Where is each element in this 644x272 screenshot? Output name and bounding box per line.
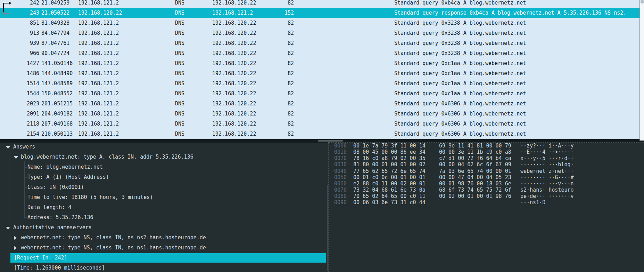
hex-row[interactable]: 001008 00 45 00 00 86 ee 3400 00 3e 11 1… xyxy=(329,149,644,155)
time-cell: 150.048552 xyxy=(41,89,76,99)
time-cell: 204.049182 xyxy=(41,109,76,119)
no-cell: 939 xyxy=(13,38,39,48)
hex-row[interactable]: 007073 32 04 68 61 6e 73 0a68 6f 73 74 6… xyxy=(329,187,644,193)
info-cell: Standard query 0xb4ca A blog.webernetz.n… xyxy=(394,0,640,8)
destination-cell: 192.168.120.22 xyxy=(212,99,261,109)
length-cell: 82 xyxy=(264,18,294,28)
length-cell: 82 xyxy=(264,0,294,8)
hex-bytes: 70 65 02 64 65 00 c0 11 xyxy=(353,193,426,199)
details-scrollbar[interactable] xyxy=(327,185,328,271)
length-cell: 82 xyxy=(264,48,294,58)
packet-row[interactable]: 1486144.048490192.168.121.2DNS192.168.12… xyxy=(0,69,640,79)
tree-item[interactable]: Type: A (1) (Host Address) xyxy=(0,172,327,182)
hex-dump-pane[interactable]: 000000 1e 7a 79 3f 11 00 1469 9e 11 41 8… xyxy=(328,142,644,272)
info-cell: Standard query 0x6306 A blog.webernetz.n… xyxy=(394,109,640,119)
packet-list-scrollbar[interactable] xyxy=(639,0,644,141)
protocol-cell: DNS xyxy=(175,79,210,89)
hex-row[interactable]: 004077 65 62 65 72 6e 65 747a 03 6e 65 7… xyxy=(329,168,644,174)
info-cell: Standard query 0xc1aa A blog.webernetz.n… xyxy=(394,58,640,69)
tree-item-selected[interactable]: [Request In: 242] xyxy=(0,253,327,263)
length-cell: 82 xyxy=(264,99,294,109)
hex-ascii: webernet z·net··· xyxy=(520,168,574,174)
packet-row[interactable]: 1427141.050146192.168.121.2DNS192.168.12… xyxy=(0,58,640,69)
tree-item[interactable]: Class: IN (0x0001) xyxy=(0,182,327,192)
time-cell: 141.050146 xyxy=(41,58,76,69)
hex-row[interactable]: 005000 01 c0 0c 00 01 00 0100 00 47 04 0… xyxy=(329,174,644,181)
hex-ascii: s2·hans· hosteuro xyxy=(520,187,574,193)
tree-item[interactable]: webernetz.net: type NS, class IN, ns ns2… xyxy=(0,233,327,243)
info-cell: Standard query 0xc1aa A blog.webernetz.n… xyxy=(394,79,640,89)
no-cell: 851 xyxy=(13,18,39,28)
hex-offset: 0090 xyxy=(334,199,347,206)
length-cell: 82 xyxy=(264,109,294,119)
hex-bytes: e2 88 c0 11 00 02 00 01 xyxy=(353,181,426,187)
destination-cell: 192.168.120.22 xyxy=(212,129,261,139)
info-cell: Standard query response 0xb4ca A blog.we… xyxy=(394,8,640,18)
hex-bytes: 00 00 04 62 6c 6f 67 09 xyxy=(439,161,511,168)
packet-row[interactable]: 24321.050522192.168.120.22DNS192.168.121… xyxy=(0,8,640,18)
packet-row[interactable]: 93987.047761192.168.121.2DNS192.168.120.… xyxy=(0,38,640,48)
tree-item[interactable]: blog.webernetz.net: type A, class IN, ad… xyxy=(0,152,327,162)
packet-list-scrollbar-thumb[interactable] xyxy=(641,0,644,3)
tree-item[interactable]: [Time: 1.263000 milliseconds] xyxy=(0,263,327,272)
protocol-cell: DNS xyxy=(175,18,210,28)
time-cell: 21.049259 xyxy=(41,0,76,8)
hex-row[interactable]: 002078 16 c0 a8 79 02 00 35c7 d1 00 72 f… xyxy=(329,155,644,161)
tree-item-label: blog.webernetz.net: type A, class IN, ad… xyxy=(21,152,193,162)
packet-row[interactable]: 2023201.051215192.168.121.2DNS192.168.12… xyxy=(0,99,640,109)
length-cell: 82 xyxy=(264,129,294,139)
info-cell: Standard query 0x6306 A blog.webernetz.n… xyxy=(394,129,640,139)
packet-row[interactable]: 2154210.050113192.168.121.2DNS192.168.12… xyxy=(0,129,640,139)
hex-row[interactable]: 009000 06 03 6e 73 31 c0 44···ns1·D xyxy=(329,199,644,206)
tree-item-label: Name: blog.webernetz.net xyxy=(27,162,103,172)
tree-item[interactable]: Answers xyxy=(0,142,327,152)
collapsed-triangle-icon[interactable] xyxy=(14,236,17,240)
tree-item[interactable]: Authoritative nameservers xyxy=(0,223,327,233)
expanded-triangle-icon[interactable] xyxy=(6,227,10,230)
hex-bytes: 77 65 62 65 72 6e 65 74 xyxy=(353,168,426,174)
no-cell: 243 xyxy=(13,8,39,18)
expanded-triangle-icon[interactable] xyxy=(14,156,18,159)
hex-offset: 0030 xyxy=(334,161,347,168)
destination-cell: 192.168.120.22 xyxy=(212,48,261,58)
packet-row[interactable]: 85181.049328192.168.121.2DNS192.168.120.… xyxy=(0,18,640,28)
hex-ascii: ··E····4 ··>····· xyxy=(520,149,574,155)
packet-row[interactable]: 1544150.048552192.168.121.2DNS192.168.12… xyxy=(0,89,640,99)
hex-offset: 0020 xyxy=(334,155,347,161)
info-cell: Standard query 0xc1aa A blog.webernetz.n… xyxy=(394,89,640,99)
hex-row[interactable]: 008070 65 02 64 65 00 c0 1100 02 00 01 0… xyxy=(329,193,644,199)
hex-row[interactable]: 003081 80 00 01 00 01 00 0200 00 04 62 6… xyxy=(329,161,644,168)
destination-cell: 192.168.120.22 xyxy=(212,38,261,48)
hex-bytes: 00 06 03 6e 73 31 c0 44 xyxy=(353,199,426,206)
tree-item[interactable]: Name: blog.webernetz.net xyxy=(0,162,327,172)
length-cell: 152 xyxy=(264,8,294,18)
packet-row[interactable]: 1514147.048589192.168.121.2DNS192.168.12… xyxy=(0,79,640,89)
time-cell: 201.051215 xyxy=(41,99,76,109)
packet-row[interactable]: 2118207.049168192.168.121.2DNS192.168.12… xyxy=(0,119,640,129)
hex-ascii: ········ ···v···n xyxy=(520,181,574,187)
packet-row[interactable]: 91384.047794192.168.121.2DNS192.168.120.… xyxy=(0,28,640,38)
tree-item[interactable]: Address: 5.35.226.136 xyxy=(0,213,327,223)
tree-item[interactable]: Time to live: 18180 (5 hours, 3 minutes) xyxy=(0,192,327,202)
packet-row[interactable]: 24221.049259192.168.121.2DNS192.168.120.… xyxy=(0,0,640,8)
hex-row[interactable]: 0060e2 88 c0 11 00 02 00 0100 01 98 76 0… xyxy=(329,181,644,187)
packet-list[interactable]: 24221.049259192.168.121.2DNS192.168.120.… xyxy=(0,0,644,139)
protocol-cell: DNS xyxy=(175,99,210,109)
destination-cell: 192.168.120.22 xyxy=(212,109,261,119)
hex-row[interactable]: 000000 1e 7a 79 3f 11 00 1469 9e 11 41 8… xyxy=(329,143,644,149)
tree-item[interactable]: Data length: 4 xyxy=(0,202,327,213)
packet-details-tree[interactable]: Answersblog.webernetz.net: type A, class… xyxy=(0,142,327,272)
hex-bytes: 81 80 00 01 00 01 00 02 xyxy=(353,161,426,168)
tree-item[interactable]: webernetz.net: type NS, class IN, ns ns1… xyxy=(0,243,327,253)
packet-row[interactable]: 96690.047724192.168.121.2DNS192.168.120.… xyxy=(0,48,640,58)
hex-bytes: 00 1e 7a 79 3f 11 00 14 xyxy=(353,143,426,149)
splitter-drag-handle[interactable] xyxy=(318,140,343,142)
no-cell: 966 xyxy=(13,48,39,58)
hex-ascii: x···y··5 ···r·d·· xyxy=(520,155,574,161)
collapsed-triangle-icon[interactable] xyxy=(14,246,17,250)
packet-row[interactable]: 2091204.049182192.168.121.2DNS192.168.12… xyxy=(0,109,640,119)
source-cell: 192.168.121.2 xyxy=(78,109,172,119)
expanded-triangle-icon[interactable] xyxy=(6,146,10,149)
length-cell: 82 xyxy=(264,79,294,89)
time-cell: 21.050522 xyxy=(41,8,76,18)
